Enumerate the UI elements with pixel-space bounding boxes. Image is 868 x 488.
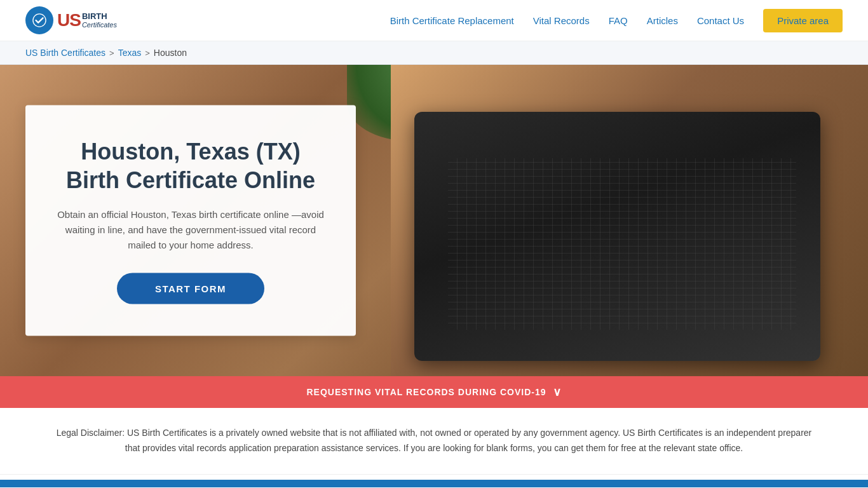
bottom-accent-bar (0, 480, 868, 487)
nav-vital-records[interactable]: Vital Records (533, 15, 590, 26)
breadcrumb-sep-2: > (145, 48, 150, 58)
private-area-button[interactable]: Private area (763, 9, 843, 32)
covid-banner-text: REQUESTING VITAL RECORDS DURING COVID-19 (306, 387, 546, 397)
logo-icon (25, 6, 53, 34)
nav-faq[interactable]: FAQ (609, 15, 628, 26)
logo-link[interactable]: US BIRTH Certificates (25, 6, 117, 34)
covid-banner[interactable]: REQUESTING VITAL RECORDS DURING COVID-19… (0, 376, 868, 408)
breadcrumb-city: Houston (154, 48, 187, 58)
hero-section: Houston, Texas (TX) Birth Certificate On… (0, 65, 868, 376)
site-header: US BIRTH Certificates Birth Certificate … (0, 0, 868, 41)
nav-articles[interactable]: Articles (647, 15, 678, 26)
breadcrumb: US Birth Certificates > Texas > Houston (0, 41, 868, 65)
breadcrumb-sep-1: > (109, 48, 114, 58)
chevron-down-icon: ∨ (553, 385, 562, 399)
start-form-button[interactable]: START FORM (117, 273, 264, 304)
breadcrumb-home[interactable]: US Birth Certificates (25, 48, 105, 58)
breadcrumb-state[interactable]: Texas (118, 48, 142, 58)
nav-contact[interactable]: Contact Us (697, 15, 744, 26)
hero-title: Houston, Texas (TX) Birth Certificate On… (53, 137, 328, 194)
logo-brand-text: BIRTH Certificates (82, 12, 117, 29)
svg-point-0 (33, 14, 46, 27)
disclaimer-section: Legal Disclaimer: US Birth Certificates … (0, 408, 868, 475)
logo-us-text: US (57, 10, 81, 30)
hero-description: Obtain an official Houston, Texas birth … (53, 207, 328, 253)
hero-laptop-image (391, 65, 868, 376)
main-nav: Birth Certificate Replacement Vital Reco… (390, 9, 843, 32)
nav-birth-cert[interactable]: Birth Certificate Replacement (390, 15, 514, 26)
disclaimer-text: Legal Disclaimer: US Birth Certificates … (51, 426, 817, 456)
hero-card: Houston, Texas (TX) Birth Certificate On… (25, 105, 356, 336)
